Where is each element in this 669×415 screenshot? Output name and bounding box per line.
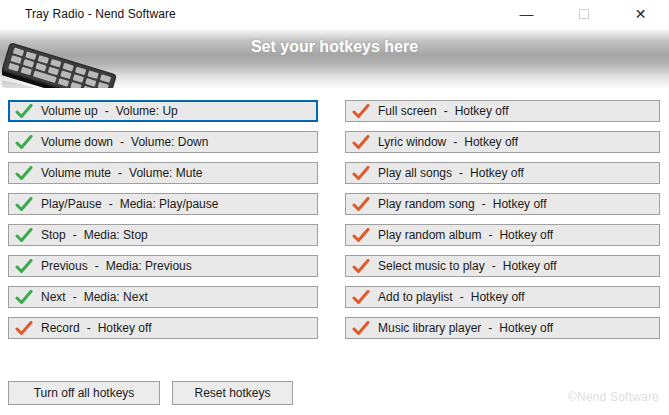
hotkey-value: Hotkey off: [499, 321, 553, 335]
hotkey-label: Play/Pause: [41, 197, 102, 211]
hotkey-label: Record: [41, 321, 80, 335]
hotkey-value: Volume: Mute: [129, 166, 202, 180]
check-on-icon: [15, 135, 33, 150]
hotkey-value: Hotkey off: [471, 290, 525, 304]
hotkey-value: Hotkey off: [464, 135, 518, 149]
check-off-icon: [352, 197, 370, 212]
hotkey-separator: -: [73, 228, 77, 242]
hotkey-column-left: Volume up - Volume: Up Volume down - Vol…: [8, 100, 318, 339]
reset-hotkeys-button[interactable]: Reset hotkeys: [172, 381, 293, 405]
hotkey-separator: -: [118, 166, 122, 180]
hotkey-button[interactable]: Previous - Media: Previous: [8, 255, 318, 277]
check-on-icon: [15, 166, 33, 181]
hotkey-separator: -: [109, 197, 113, 211]
check-off-icon: [352, 228, 370, 243]
hotkey-button[interactable]: Next - Media: Next: [8, 286, 318, 308]
hotkey-button[interactable]: Play all songs - Hotkey off: [345, 162, 660, 184]
hotkey-value: Hotkey off: [470, 166, 524, 180]
hotkey-column-right: Full screen - Hotkey off Lyric window - …: [345, 100, 660, 339]
close-button[interactable]: ✕: [612, 0, 669, 28]
hotkey-separator: -: [488, 228, 492, 242]
check-off-icon: [352, 290, 370, 305]
hotkey-button[interactable]: Volume down - Volume: Down: [8, 131, 318, 153]
window-controls: — ✕: [498, 0, 669, 28]
hotkey-value: Media: Play/pause: [120, 197, 219, 211]
watermark: ©Nend Software: [568, 390, 659, 404]
titlebar: Tray Radio - Nend Software — ✕: [0, 0, 669, 28]
hotkey-label: Lyric window: [378, 135, 446, 149]
check-on-icon: [15, 104, 33, 119]
hotkey-separator: -: [482, 197, 486, 211]
hotkey-label: Play random album: [378, 228, 481, 242]
hotkey-button[interactable]: Volume mute - Volume: Mute: [8, 162, 318, 184]
check-on-icon: [15, 228, 33, 243]
hotkey-value: Hotkey off: [455, 104, 509, 118]
hotkey-separator: -: [105, 104, 109, 118]
check-off-icon: [352, 166, 370, 181]
hotkey-value: Hotkey off: [98, 321, 152, 335]
maximize-button: [555, 0, 612, 28]
hotkey-separator: -: [73, 290, 77, 304]
hotkey-separator: -: [488, 321, 492, 335]
check-off-icon: [352, 259, 370, 274]
hotkey-separator: -: [87, 321, 91, 335]
hotkey-label: Play random song: [378, 197, 475, 211]
check-off-icon: [15, 321, 33, 336]
window-title: Tray Radio - Nend Software: [25, 7, 176, 21]
hotkey-button[interactable]: Play/Pause - Media: Play/pause: [8, 193, 318, 215]
hotkey-label: Volume up: [41, 104, 98, 118]
check-on-icon: [15, 290, 33, 305]
hotkey-value: Media: Previous: [106, 259, 192, 273]
maximize-icon: [579, 9, 589, 19]
hotkey-separator: -: [492, 259, 496, 273]
hotkey-separator: -: [95, 259, 99, 273]
hotkey-value: Media: Next: [84, 290, 148, 304]
hotkey-button[interactable]: Play random album - Hotkey off: [345, 224, 660, 246]
hotkey-value: Volume: Up: [116, 104, 178, 118]
hotkey-value: Volume: Down: [131, 135, 208, 149]
hotkey-button[interactable]: Music library player - Hotkey off: [345, 317, 660, 339]
hotkeys-banner: Set your hotkeys here: [0, 28, 669, 88]
hotkey-label: Play all songs: [378, 166, 452, 180]
banner-title: Set your hotkeys here: [0, 38, 669, 56]
hotkey-label: Full screen: [378, 104, 437, 118]
hotkey-button[interactable]: Volume up - Volume: Up: [8, 100, 318, 122]
hotkey-button[interactable]: Record - Hotkey off: [8, 317, 318, 339]
hotkey-value: Hotkey off: [503, 259, 557, 273]
check-off-icon: [352, 135, 370, 150]
hotkey-button[interactable]: Select music to play - Hotkey off: [345, 255, 660, 277]
hotkey-button[interactable]: Lyric window - Hotkey off: [345, 131, 660, 153]
hotkey-label: Select music to play: [378, 259, 485, 273]
check-on-icon: [15, 197, 33, 212]
hotkey-label: Add to playlist: [378, 290, 453, 304]
hotkey-button[interactable]: Play random song - Hotkey off: [345, 193, 660, 215]
hotkey-separator: -: [120, 135, 124, 149]
hotkey-button[interactable]: Full screen - Hotkey off: [345, 100, 660, 122]
check-off-icon: [352, 321, 370, 336]
hotkey-label: Volume down: [41, 135, 113, 149]
hotkey-label: Music library player: [378, 321, 481, 335]
hotkey-button[interactable]: Add to playlist - Hotkey off: [345, 286, 660, 308]
app-window: Tray Radio - Nend Software — ✕: [0, 0, 669, 415]
hotkey-label: Volume mute: [41, 166, 111, 180]
hotkey-value: Hotkey off: [499, 228, 553, 242]
hotkey-separator: -: [453, 135, 457, 149]
hotkey-button[interactable]: Stop - Media: Stop: [8, 224, 318, 246]
check-off-icon: [352, 104, 370, 119]
check-on-icon: [15, 259, 33, 274]
hotkey-label: Stop: [41, 228, 66, 242]
hotkey-value: Media: Stop: [84, 228, 148, 242]
hotkey-value: Hotkey off: [493, 197, 547, 211]
minimize-button[interactable]: —: [498, 0, 555, 28]
hotkey-separator: -: [460, 290, 464, 304]
hotkey-label: Previous: [41, 259, 88, 273]
turn-off-all-hotkeys-button[interactable]: Turn off all hotkeys: [8, 381, 160, 405]
hotkey-separator: -: [444, 104, 448, 118]
hotkey-label: Next: [41, 290, 66, 304]
hotkey-separator: -: [459, 166, 463, 180]
